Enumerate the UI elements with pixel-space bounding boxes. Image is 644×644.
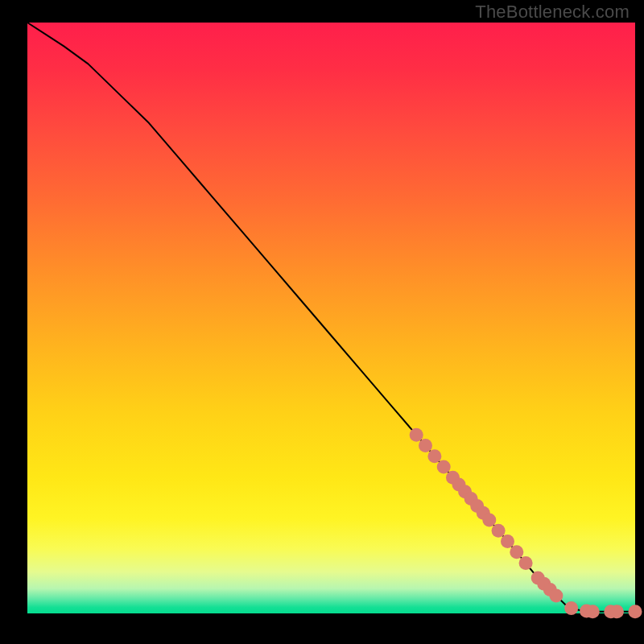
- highlight-dot: [586, 605, 600, 618]
- highlight-dot: [437, 460, 451, 474]
- highlight-dot: [510, 545, 523, 559]
- chart-frame: TheBottleneck.com: [0, 0, 644, 644]
- highlight-dot: [564, 601, 578, 615]
- highlight-dot: [549, 589, 563, 603]
- plot-background: [27, 23, 635, 613]
- highlight-dot: [501, 535, 514, 548]
- highlight-dot: [610, 605, 624, 618]
- attribution-label: TheBottleneck.com: [475, 2, 630, 23]
- highlight-dot: [629, 605, 642, 618]
- highlight-dot: [427, 449, 441, 463]
- highlight-dot: [410, 428, 423, 442]
- highlight-dot: [482, 514, 496, 527]
- chart-svg: [0, 0, 644, 644]
- highlight-dot: [419, 439, 432, 452]
- highlight-dot: [492, 524, 506, 538]
- highlight-dot: [519, 556, 533, 570]
